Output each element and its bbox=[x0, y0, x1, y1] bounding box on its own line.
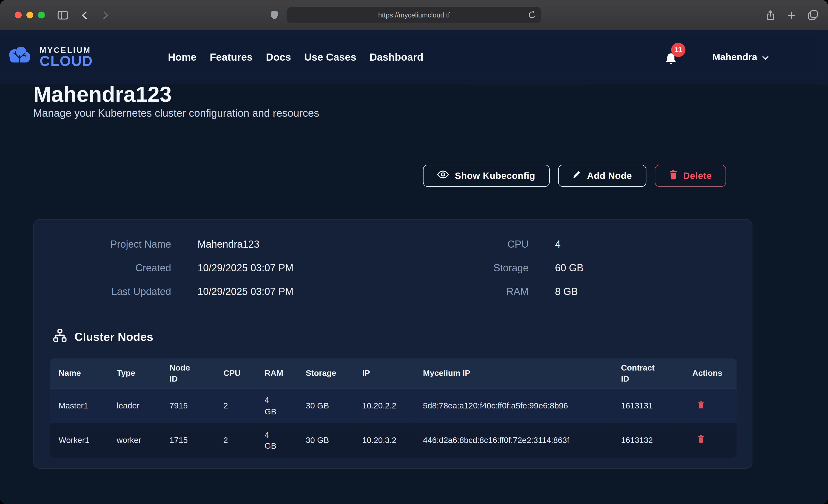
cell-mycelium-ip: 5d8:78ea:a120:f40c:ff0f:a5fe:99e6:8b96 bbox=[415, 389, 613, 423]
user-name: Mahendra bbox=[712, 52, 757, 63]
close-window-button[interactable] bbox=[15, 12, 22, 18]
detail-value: Mahendra123 bbox=[171, 232, 391, 256]
table-header-row: Name Type Node ID CPU RAM Storage IP Myc… bbox=[50, 359, 737, 389]
site-header: MYCELIUM CLOUD Home Features Docs Use Ca… bbox=[0, 30, 828, 85]
detail-label: Last Updated bbox=[34, 280, 171, 303]
add-node-button[interactable]: Add Node bbox=[558, 165, 646, 187]
cell-storage: 30 GB bbox=[297, 389, 354, 423]
zoom-window-button[interactable] bbox=[38, 12, 45, 18]
cell-ram: 4 GB bbox=[256, 423, 297, 457]
col-type: Type bbox=[108, 359, 161, 389]
cluster-summary: Project Name Mahendra123 CPU 4 Created 1… bbox=[34, 232, 752, 303]
delete-cluster-button[interactable]: Delete bbox=[655, 165, 726, 187]
nav-link-dashboard[interactable]: Dashboard bbox=[370, 51, 423, 64]
privacy-shield-icon[interactable] bbox=[266, 0, 282, 30]
cell-node-id: 1715 bbox=[161, 423, 215, 457]
col-node-id: Node ID bbox=[161, 359, 215, 389]
col-ip: IP bbox=[354, 359, 415, 389]
table-row: Master1 leader 7915 2 4 GB 30 GB 10.20.2… bbox=[50, 389, 737, 423]
chevron-down-icon bbox=[762, 52, 769, 63]
cell-contract-id: 1613131 bbox=[613, 389, 684, 423]
detail-value: 8 GB bbox=[529, 280, 752, 303]
col-ram: RAM bbox=[256, 359, 297, 389]
delete-node-icon[interactable] bbox=[698, 401, 704, 410]
cluster-nodes-icon bbox=[53, 328, 67, 346]
page-subtitle: Manage your Kubernetes cluster configura… bbox=[33, 107, 319, 119]
browser-window: https://myceliumcloud.tf Mahendra123 bbox=[0, 0, 828, 504]
url-text: https://myceliumcloud.tf bbox=[378, 11, 450, 19]
detail-value: 4 bbox=[529, 232, 752, 256]
cell-name: Worker1 bbox=[50, 423, 108, 457]
cell-actions bbox=[684, 423, 737, 457]
sidebar-toggle-icon[interactable] bbox=[55, 0, 71, 30]
cell-name: Master1 bbox=[50, 389, 108, 423]
forward-button[interactable] bbox=[98, 0, 112, 30]
col-actions: Actions bbox=[684, 359, 737, 389]
cell-contract-id: 1613132 bbox=[613, 423, 684, 457]
cluster-details-card: Project Name Mahendra123 CPU 4 Created 1… bbox=[33, 219, 753, 469]
detail-value: 10/29/2025 03:07 PM bbox=[171, 280, 391, 303]
page-body: Mahendra123 bbox=[0, 30, 828, 504]
cell-actions bbox=[684, 389, 737, 423]
minimize-window-button[interactable] bbox=[27, 12, 33, 18]
nodes-table: Name Type Node ID CPU RAM Storage IP Myc… bbox=[50, 359, 737, 457]
bell-icon bbox=[664, 59, 677, 68]
brand-name-top: MYCELIUM bbox=[40, 46, 93, 54]
detail-value: 60 GB bbox=[529, 256, 752, 280]
cell-ram: 4 GB bbox=[256, 389, 297, 423]
reload-icon[interactable] bbox=[528, 10, 537, 21]
brand-name-bottom: CLOUD bbox=[40, 54, 93, 69]
detail-label: Created bbox=[34, 256, 171, 280]
page-title: Mahendra123 bbox=[33, 83, 172, 108]
detail-label: Storage bbox=[391, 256, 529, 280]
stage: https://myceliumcloud.tf Mahendra123 bbox=[0, 0, 828, 504]
trash-icon bbox=[669, 170, 677, 182]
cell-mycelium-ip: 446:d2a6:8bcd:8c16:ff0f:72e2:3114:863f bbox=[415, 423, 613, 457]
cell-node-id: 7915 bbox=[161, 389, 215, 423]
pencil-icon bbox=[572, 170, 581, 182]
user-menu[interactable]: Mahendra bbox=[712, 30, 769, 85]
delete-node-icon[interactable] bbox=[698, 435, 704, 445]
notification-count-badge: 11 bbox=[671, 42, 686, 57]
tab-overview-icon[interactable] bbox=[805, 0, 820, 30]
nav-link-docs[interactable]: Docs bbox=[266, 51, 291, 64]
url-bar[interactable]: https://myceliumcloud.tf bbox=[287, 7, 541, 23]
cell-ip: 10.20.3.2 bbox=[354, 423, 415, 457]
col-name: Name bbox=[50, 359, 108, 389]
nav-link-home[interactable]: Home bbox=[168, 51, 197, 64]
detail-label: CPU bbox=[391, 232, 529, 256]
cell-ip: 10.20.2.2 bbox=[354, 389, 415, 423]
detail-value: 10/29/2025 03:07 PM bbox=[171, 256, 391, 280]
col-mycelium-ip: Mycelium IP bbox=[415, 359, 613, 389]
cluster-nodes-heading: Cluster Nodes bbox=[53, 328, 153, 346]
new-tab-icon[interactable] bbox=[785, 0, 798, 30]
cell-storage: 30 GB bbox=[297, 423, 354, 457]
brand-logo[interactable]: MYCELIUM CLOUD bbox=[5, 44, 93, 71]
back-button[interactable] bbox=[78, 0, 92, 30]
cell-type: worker bbox=[108, 423, 161, 457]
share-icon[interactable] bbox=[764, 0, 778, 30]
show-kubeconfig-button[interactable]: Show Kubeconfig bbox=[423, 165, 549, 187]
cell-type: leader bbox=[108, 389, 161, 423]
nav-link-features[interactable]: Features bbox=[210, 51, 253, 64]
detail-label: Project Name bbox=[34, 232, 171, 256]
detail-label: RAM bbox=[391, 280, 529, 303]
main-nav: Home Features Docs Use Cases Dashboard bbox=[168, 30, 423, 85]
nav-link-use-cases[interactable]: Use Cases bbox=[304, 51, 357, 64]
col-storage: Storage bbox=[297, 359, 354, 389]
window-controls bbox=[15, 12, 45, 18]
eye-icon bbox=[437, 170, 449, 182]
browser-chrome: https://myceliumcloud.tf bbox=[0, 0, 828, 31]
notifications-bell[interactable]: 11 bbox=[664, 52, 678, 67]
cloud-logo-icon bbox=[5, 44, 33, 71]
cell-cpu: 2 bbox=[215, 389, 256, 423]
col-contract-id: Contract ID bbox=[613, 359, 684, 389]
cluster-actions: Show Kubeconfig Add Node Delete bbox=[423, 165, 726, 187]
table-row: Worker1 worker 1715 2 4 GB 30 GB 10.20.3… bbox=[50, 423, 737, 457]
col-cpu: CPU bbox=[215, 359, 256, 389]
cell-cpu: 2 bbox=[215, 423, 256, 457]
